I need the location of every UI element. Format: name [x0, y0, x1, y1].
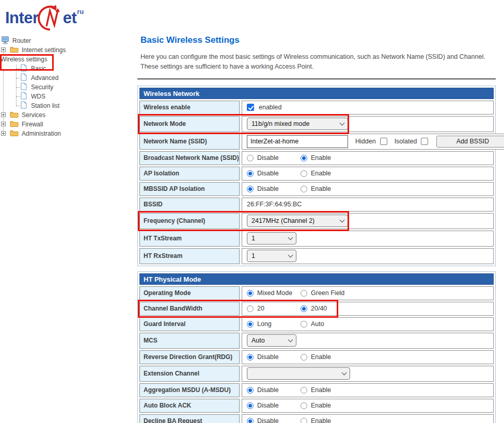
tree-item-label[interactable]: Router: [12, 37, 31, 44]
radio-option-enable[interactable]: Enable: [301, 154, 354, 161]
row-label: Guard Interval: [139, 317, 240, 331]
radio-option-disable[interactable]: Disable: [247, 154, 301, 161]
tree-item-station-list[interactable]: Station list: [0, 101, 135, 110]
tree-item-advanced[interactable]: Advanced: [0, 73, 135, 83]
row-label: Auto Block ACK: [139, 399, 240, 413]
logo-text-inter: Inter: [5, 3, 39, 33]
row-ht-txstream: HT TxStream 1: [139, 231, 494, 247]
radio-icon[interactable]: [301, 387, 307, 394]
radio-option-disable[interactable]: Disable: [247, 402, 301, 409]
tree-connector-stub: [16, 78, 20, 78]
row-label: Reverse Direction Grant(RDG): [139, 350, 240, 364]
tree-item-label[interactable]: Wireless settings: [1, 56, 48, 63]
radio-option-enable[interactable]: Enable: [301, 402, 354, 409]
extension-channel-select[interactable]: [247, 367, 350, 380]
radio-icon[interactable]: [301, 170, 307, 177]
folder-icon: [10, 129, 19, 138]
tree-item-label[interactable]: Firewall: [22, 121, 43, 128]
radio-option-enable[interactable]: Enable: [301, 185, 354, 192]
radio-icon[interactable]: [247, 402, 254, 409]
row-network-mode: Network Mode 11b/g/n mixed mode: [139, 116, 494, 132]
tree-item-label[interactable]: Station list: [31, 102, 59, 109]
radio-option-disable[interactable]: Disable: [247, 353, 301, 361]
wireless-enable-checkbox[interactable]: [247, 104, 254, 111]
tree-item-firewall[interactable]: Firewall: [0, 120, 135, 129]
radio-icon[interactable]: [247, 290, 254, 297]
radio-icon[interactable]: [247, 387, 254, 394]
radio-icon[interactable]: [247, 170, 254, 177]
radio-icon[interactable]: [301, 321, 307, 328]
ht-rxstream-select[interactable]: 1: [247, 250, 296, 262]
radio-icon[interactable]: [301, 186, 307, 192]
row-rdg: Reverse Direction Grant(RDG) Disable Ena…: [139, 350, 494, 364]
radio-icon[interactable]: [301, 354, 307, 361]
tree-item-label[interactable]: Services: [22, 111, 45, 119]
radio-option-enable[interactable]: Enable: [301, 170, 354, 177]
tree-item-label[interactable]: Administration: [22, 130, 61, 137]
row-extension-channel: Extension Channel: [139, 366, 494, 382]
tree-item-administration[interactable]: Administration: [0, 129, 135, 138]
chevron-down-icon: [288, 252, 293, 257]
radio-option-disable[interactable]: Disable: [247, 386, 301, 394]
row-label: BSSID: [139, 198, 240, 212]
frequency-channel-select[interactable]: 2417MHz (Channel 2): [247, 215, 348, 227]
row-operating-mode: Operating Mode Mixed Mode Green Field: [139, 286, 494, 300]
radio-icon[interactable]: [247, 321, 254, 328]
radio-icon[interactable]: [301, 402, 307, 409]
tree-item-services[interactable]: Services: [0, 110, 135, 120]
tree-item-label[interactable]: Advanced: [31, 74, 58, 82]
isolated-checkbox[interactable]: [421, 138, 428, 145]
table-header-ht-physical-mode: HT Physical Mode: [139, 273, 494, 285]
tree-item-label[interactable]: Security: [31, 84, 53, 91]
tree-connector-stub: [16, 96, 20, 97]
ht-physical-mode-table: HT Physical Mode Operating Mode Mixed Mo…: [137, 271, 496, 423]
radio-option-enable[interactable]: Enable: [301, 417, 354, 423]
radio-option-20[interactable]: 20: [247, 305, 301, 312]
row-label: Wireless enable: [139, 101, 240, 115]
radio-icon[interactable]: [301, 418, 307, 423]
radio-option-20-40[interactable]: 20/40: [301, 305, 354, 312]
add-bssid-button[interactable]: Add BSSID: [436, 136, 504, 148]
mcs-select[interactable]: Auto: [247, 334, 296, 347]
ht-txstream-select[interactable]: 1: [247, 232, 296, 245]
radio-option-green-field[interactable]: Green Field: [301, 289, 344, 297]
ssid-input[interactable]: [247, 135, 348, 148]
radio-icon[interactable]: [247, 186, 254, 192]
radio-icon[interactable]: [247, 418, 254, 423]
tree-item-security[interactable]: Security: [0, 83, 135, 92]
row-label: AP Isolation: [139, 167, 240, 181]
row-auto-block-ack: Auto Block ACK Disable Enable: [139, 399, 494, 413]
network-mode-select[interactable]: 11b/g/n mixed mode: [247, 118, 348, 130]
radio-icon[interactable]: [247, 155, 254, 161]
tree-item-wds[interactable]: WDS: [0, 92, 135, 101]
row-bssid: BSSID 26:FF:3F:64:95:BC: [139, 198, 494, 212]
tree-item-wireless-settings[interactable]: Wireless settings: [0, 55, 135, 64]
tree-item-label[interactable]: Basic: [31, 65, 46, 72]
tree-connector-stub: [16, 87, 20, 88]
radio-option-disable[interactable]: Disable: [247, 185, 301, 192]
row-mcs: MCS Auto: [139, 333, 494, 349]
row-label: Decline BA Request: [139, 414, 240, 423]
chevron-down-icon: [288, 337, 293, 342]
hidden-checkbox[interactable]: [380, 138, 387, 145]
tree-item-label[interactable]: WDS: [31, 93, 45, 100]
radio-option-mixed-mode[interactable]: Mixed Mode: [247, 289, 301, 297]
tree-item-basic[interactable]: Basic: [0, 64, 135, 73]
radio-option-enable[interactable]: Enable: [301, 353, 354, 361]
radio-option-disable[interactable]: Disable: [247, 417, 301, 423]
radio-option-auto[interactable]: Auto: [301, 320, 354, 328]
row-label: Operating Mode: [139, 286, 240, 300]
radio-option-disable[interactable]: Disable: [247, 170, 301, 177]
tree-item-internet-settings[interactable]: Internet settings: [0, 45, 135, 55]
radio-option-long[interactable]: Long: [247, 320, 301, 328]
row-label: Network Mode: [139, 116, 240, 132]
radio-icon[interactable]: [301, 290, 307, 297]
radio-icon[interactable]: [301, 305, 307, 312]
tree-item-router[interactable]: Router: [0, 36, 135, 45]
tree-item-label[interactable]: Internet settings: [22, 46, 66, 54]
page-title: Basic Wireless Settings: [140, 35, 496, 45]
radio-icon[interactable]: [247, 305, 254, 312]
radio-icon[interactable]: [247, 354, 254, 361]
radio-option-enable[interactable]: Enable: [301, 386, 354, 394]
radio-icon[interactable]: [301, 155, 307, 161]
